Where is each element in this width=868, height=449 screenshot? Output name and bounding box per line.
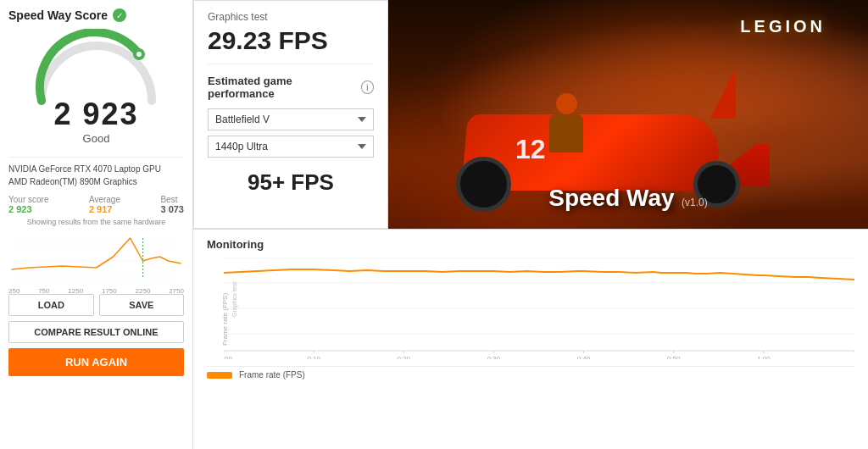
your-score-label: Your score	[8, 195, 48, 204]
score-rating: Good	[83, 132, 110, 145]
fps-value: 29.23 FPS	[194, 26, 387, 64]
load-save-buttons: LOAD SAVE	[8, 294, 184, 316]
svg-text:0:50: 0:50	[667, 355, 681, 359]
estimated-header: Estimated game performance i	[208, 75, 374, 100]
hardware-info: NVIDIA GeForce RTX 4070 Laptop GPU AMD R…	[8, 157, 184, 188]
character	[541, 93, 592, 161]
svg-text:00:00: 00:00	[224, 355, 232, 359]
estimated-title: Estimated game performance	[208, 75, 356, 100]
y-axis-label: Frame rate (FPS)	[221, 292, 229, 345]
mini-chart: 250 750 1250 1750 2250 2750	[8, 231, 184, 291]
legend-label-fps: Frame rate (FPS)	[239, 370, 305, 380]
monitoring-chart: 30 25 20 15 0 00:00 0:10 0:20 0:30 0	[224, 258, 854, 359]
your-score-value: 2 923	[8, 204, 32, 214]
estimated-fps-value: 95+ FPS	[208, 169, 374, 196]
svg-text:0:30: 0:30	[487, 355, 501, 359]
compare-button[interactable]: COMPARE RESULT ONLINE	[8, 321, 184, 343]
right-top: Graphics test 29.23 FPS Estimated game p…	[193, 0, 868, 229]
avg-score-value: 2 917	[89, 204, 113, 214]
app-title: Speed Way Score	[8, 8, 108, 22]
mini-chart-labels: 250 750 1250 1750 2250 2750	[8, 287, 184, 295]
svg-text:0:10: 0:10	[307, 355, 320, 359]
speedway-title: Speed Way	[548, 185, 674, 211]
benchmark-bg: 12 LEGION Speed Way (v1.0)	[388, 0, 868, 229]
score-value: 2 923	[53, 97, 138, 132]
legion-text: LEGION	[740, 17, 826, 36]
left-panel: Speed Way Score ✓ 2 923 Good NVIDIA GeFo…	[0, 0, 193, 449]
gauge-svg	[29, 29, 164, 105]
info-icon[interactable]: i	[361, 80, 374, 94]
best-score-label: Best	[160, 195, 184, 204]
benchmark-image: 12 LEGION Speed Way (v1.0)	[388, 0, 868, 229]
graphics-test-label: Graphics test	[194, 1, 387, 26]
gpu1-label: NVIDIA GeForce RTX 4070 Laptop GPU	[8, 163, 184, 175]
showing-text: Showing results from the same hardware	[8, 218, 184, 226]
gpu2-label: AMD Radeon(TM) 890M Graphics	[8, 175, 184, 188]
resolution-select[interactable]: 1440p Ultra 1080p Ultra 4K Ultra	[208, 136, 374, 158]
score-compare: Your score 2 923 Average 2 917 Best 3 07…	[8, 195, 184, 214]
speedway-title-area: Speed Way (v1.0)	[388, 185, 868, 212]
estimated-section: Estimated game performance i Battlefield…	[194, 64, 387, 206]
svg-text:0:20: 0:20	[398, 355, 411, 359]
gauge-container: 2 923 Good	[8, 29, 184, 152]
speedway-version: (v1.0)	[682, 197, 708, 208]
svg-text:1:00: 1:00	[757, 355, 771, 359]
best-score-col: Best 3 073	[160, 195, 184, 214]
chart-legend: Frame rate (FPS)	[207, 366, 854, 380]
chart-area: Frame rate (FPS) 30 25 20 15 0	[207, 258, 854, 380]
best-score-value: 3 073	[160, 204, 184, 214]
avg-score-label: Average	[89, 195, 120, 204]
avg-score-col: Average 2 917	[89, 195, 120, 214]
load-button[interactable]: LOAD	[8, 294, 94, 316]
svg-text:Graphics test: Graphics test	[231, 282, 238, 317]
check-icon: ✓	[113, 8, 126, 22]
graphics-test-box: Graphics test 29.23 FPS Estimated game p…	[193, 0, 388, 229]
app-header: Speed Way Score ✓	[8, 8, 184, 22]
save-button[interactable]: SAVE	[99, 294, 185, 316]
monitoring-section: Monitoring Frame rate (FPS) 30 25 20 15 …	[193, 229, 868, 449]
mini-chart-svg	[8, 231, 184, 282]
your-score-col: Your score 2 923	[8, 195, 48, 214]
svg-point-1	[136, 52, 142, 57]
svg-text:0:40: 0:40	[577, 355, 591, 359]
right-panel: Graphics test 29.23 FPS Estimated game p…	[193, 0, 868, 449]
monitoring-title: Monitoring	[207, 238, 854, 251]
game-select[interactable]: Battlefield V Cyberpunk 2077 Fortnite	[208, 108, 374, 130]
run-again-button[interactable]: RUN AGAIN	[8, 348, 184, 376]
legend-color-fps	[207, 372, 232, 379]
